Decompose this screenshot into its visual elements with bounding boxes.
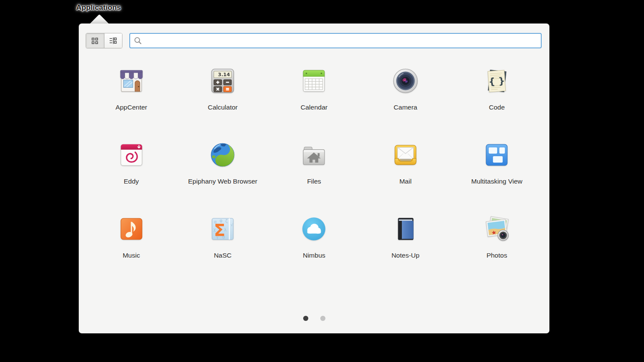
app-label: Calendar	[301, 104, 328, 111]
page-dot-2[interactable]	[320, 316, 325, 321]
nimbus-cloud-icon	[300, 215, 328, 243]
calendar-icon	[300, 67, 328, 95]
app-item-calculator[interactable]: 3.14 Calculator	[177, 61, 268, 135]
eddy-icon	[117, 141, 146, 169]
appcenter-icon	[117, 67, 146, 95]
app-label: Calculator	[208, 104, 238, 111]
app-item-calendar[interactable]: Calendar	[268, 61, 360, 135]
app-item-files[interactable]: Files	[268, 135, 360, 209]
page-dot-1[interactable]	[303, 316, 308, 321]
search-icon	[134, 36, 142, 45]
app-label: AppCenter	[116, 104, 147, 111]
notes-up-book-icon	[391, 215, 420, 243]
app-label: Epiphany Web Browser	[188, 178, 257, 185]
app-label: Nimbus	[303, 252, 325, 259]
search-input[interactable]	[145, 33, 537, 48]
code-icon: { }	[483, 67, 511, 95]
app-item-multitasking-view[interactable]: Multitasking View	[451, 135, 543, 209]
music-note-icon	[117, 215, 146, 243]
multitasking-view-icon	[483, 141, 511, 169]
grid-view-icon	[91, 37, 98, 45]
app-item-music[interactable]: Music	[86, 209, 177, 283]
app-label: Notes-Up	[391, 252, 419, 259]
camera-icon	[391, 67, 420, 95]
calculator-icon: 3.14	[209, 67, 237, 95]
app-item-eddy[interactable]: Eddy	[86, 135, 177, 209]
applications-menu-label[interactable]: Applications	[76, 3, 121, 12]
app-item-nimbus[interactable]: Nimbus	[268, 209, 360, 283]
svg-text:3.14: 3.14	[218, 71, 230, 77]
app-item-camera[interactable]: Camera	[360, 61, 451, 135]
list-view-icon	[109, 37, 117, 44]
app-label: Music	[122, 252, 140, 259]
nasc-sigma-icon: α φ ζ χ λ √ θ γ Σ	[209, 215, 237, 243]
app-label: NaSC	[214, 252, 231, 259]
app-item-mail[interactable]: Mail	[360, 135, 451, 209]
svg-text:√: √	[231, 222, 234, 227]
svg-text:ζ: ζ	[225, 218, 228, 223]
view-switcher	[86, 33, 122, 48]
svg-text:Σ: Σ	[214, 221, 225, 240]
app-item-appcenter[interactable]: AppCenter	[86, 61, 177, 135]
app-label: Eddy	[124, 178, 139, 185]
grid-view-button[interactable]	[86, 33, 104, 48]
list-view-button[interactable]	[104, 33, 122, 48]
app-label: Photos	[486, 252, 507, 259]
svg-text:{ }: { }	[488, 75, 505, 87]
app-item-nasc[interactable]: α φ ζ χ λ √ θ γ Σ NaSC	[177, 209, 268, 283]
photos-icon	[483, 215, 511, 243]
app-label: Multitasking View	[471, 178, 522, 185]
mail-icon	[391, 141, 420, 169]
page-indicator	[79, 316, 549, 321]
launcher-toolbar	[86, 33, 542, 48]
app-item-photos[interactable]: Photos	[451, 209, 543, 283]
app-label: Mail	[400, 178, 411, 185]
search-field[interactable]	[129, 33, 542, 48]
launcher-panel: AppCenter 3.14 Calculator	[79, 24, 549, 333]
app-item-notes-up[interactable]: Notes-Up	[360, 209, 451, 283]
app-label: Code	[489, 104, 505, 111]
files-folder-icon	[300, 141, 328, 169]
app-grid: AppCenter 3.14 Calculator	[86, 61, 543, 283]
app-label: Camera	[394, 104, 417, 111]
app-label: Files	[307, 178, 321, 185]
app-item-code[interactable]: { } Code	[451, 61, 543, 135]
epiphany-globe-icon	[209, 141, 237, 169]
app-item-epiphany[interactable]: Epiphany Web Browser	[177, 135, 268, 209]
